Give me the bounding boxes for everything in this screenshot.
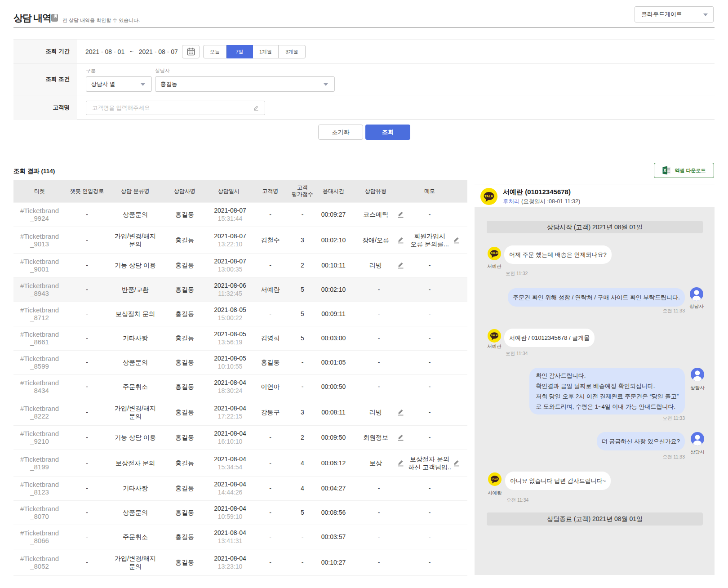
svg-text:TALK: TALK bbox=[491, 477, 498, 480]
svg-text:TALK: TALK bbox=[484, 194, 494, 198]
svg-text:TALK: TALK bbox=[491, 334, 498, 337]
svg-text:TALK: TALK bbox=[491, 251, 498, 254]
svg-text:X: X bbox=[664, 168, 667, 173]
